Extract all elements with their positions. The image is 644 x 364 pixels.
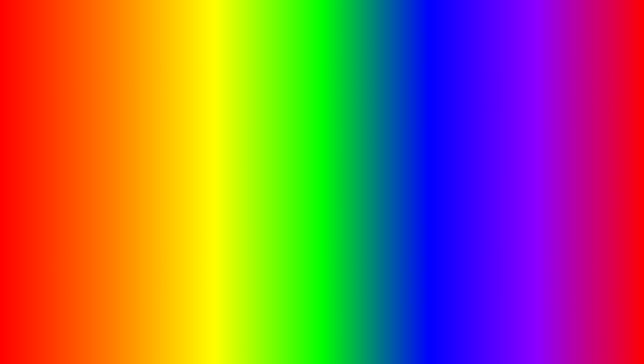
left-gui-title: Project Shutdowns | Lazy Hub [99, 107, 161, 112]
bottom-script-text: SCRIPT [320, 325, 406, 352]
medium-gourd-item[interactable]: Medium Gourd [266, 155, 395, 163]
no-sun-damage-label: No Sun-Damage [270, 185, 300, 190]
select-gourd-close[interactable]: × [385, 138, 391, 144]
right-gui-title: Project Shutdowns | Lazy Hub [269, 107, 331, 112]
progression-row[interactable]: Progression [96, 200, 228, 211]
bottom-auto-farm-text: AUTO FARM [115, 316, 313, 354]
left-gui-content: Select NPC: Zoku + Farm Method: Below + … [96, 124, 228, 212]
auto-equip-row: Auto Equip [96, 178, 228, 189]
left-gui-nav: MAIN SKILLS OTHER TELEPORT WEBHOOK [96, 114, 228, 124]
right-nav-skills[interactable]: SKILLS [283, 116, 299, 121]
auto-gourd-row: Auto Gourd [266, 171, 395, 182]
inf-stamina-toggle[interactable] [379, 195, 391, 201]
right-gui-window: Project Shutdowns | Lazy Hub MAIN SKILLS… [265, 104, 395, 216]
auto-gourd-toggle[interactable] [379, 174, 391, 180]
right-gui-content: Auto Meditate Select Gourd × Big Gourd M… [266, 124, 395, 215]
right-gui-titlebar: Project Shutdowns | Lazy Hub [266, 104, 395, 114]
inf-breathing-toggle[interactable] [379, 206, 391, 212]
left-nav-teleport[interactable]: TELEPORT [148, 116, 172, 121]
crown-icon: 👑 [530, 280, 551, 299]
left-gui-titlebar: Project Shutdowns | Lazy Hub [96, 104, 228, 114]
right-nav-main[interactable]: MAIN [269, 116, 281, 121]
auto-farm-row: Auto Farm [96, 146, 228, 157]
select-gourd-row: Select Gourd × [266, 136, 395, 146]
inf-breathing-row: Inf Breathing [266, 203, 395, 214]
farm-method-button[interactable]: + [218, 138, 224, 144]
distance-row: Distance 4 [96, 189, 228, 200]
farm-method-row: Farm Method: Below + [96, 136, 228, 146]
select-weapon-close[interactable]: × [218, 159, 224, 165]
right-nav-teleport[interactable]: TELEPORT [318, 116, 342, 121]
right-nav-webhook[interactable]: WEBHOOK [343, 116, 367, 121]
distance-slider-fill [100, 196, 137, 198]
watermark-right: CETCRED [607, 5, 639, 13]
select-npc-button[interactable]: + [218, 127, 224, 133]
auto-equip-label: Auto Equip [100, 181, 119, 186]
inf-breathing-label: Inf Breathing [270, 206, 293, 211]
auto-gourd-label: Auto Gourd [270, 174, 290, 179]
refresh-weapons-row[interactable]: Refresh Weapons [96, 168, 228, 178]
auto-meditate-label: Auto Meditate [270, 128, 295, 133]
no-sun-damage-toggle[interactable] [379, 184, 391, 190]
select-npc-row: Select NPC: Zoku + [96, 125, 228, 136]
auto-farm-label: Auto Farm [100, 149, 118, 154]
select-weapon-label: Select Weapon: Combat [100, 160, 143, 165]
left-nav-webhook[interactable]: WEBHOOK [173, 116, 197, 121]
big-gourd-item[interactable]: Big Gourd [266, 146, 395, 155]
auto-equip-toggle[interactable] [212, 181, 224, 187]
page-title: PROJECT SLAYERS [0, 7, 644, 57]
auto-farm-toggle[interactable] [212, 149, 224, 155]
bottom-section: AUTO FARM SCRIPT PASTEBIN [0, 316, 644, 354]
left-nav-other[interactable]: OTHER [130, 116, 147, 121]
select-gourd-label: Select Gourd [270, 139, 293, 143]
left-gui-close-button[interactable] [219, 106, 225, 112]
right-nav-other[interactable]: OTHER [301, 116, 317, 121]
auto-meditate-toggle[interactable] [379, 127, 391, 133]
ps-logo-top: PROJECT [495, 278, 617, 297]
distance-slider-track[interactable] [100, 196, 224, 198]
right-gui-nav: MAIN SKILLS OTHER TELEPORT WEBHOOK [266, 114, 395, 124]
select-weapon-row: Select Weapon: Combat × [96, 157, 228, 168]
progression-label: Progression [100, 203, 121, 208]
inf-stamina-label: Inf Stamina [270, 196, 290, 200]
no-sun-damage-row: No Sun-Damage [266, 182, 395, 193]
left-nav-main[interactable]: MAIN [98, 116, 111, 121]
distance-value: 4 [222, 190, 224, 195]
distance-slider-thumb[interactable] [134, 195, 138, 199]
bottom-pastebin-text: PASTEBIN [412, 325, 529, 352]
refresh-weapons-label: Refresh Weapons [100, 171, 132, 175]
distance-label: Distance [100, 190, 115, 195]
right-gui-close-button[interactable] [386, 106, 391, 112]
select-npc-label: Select NPC: Zoku [100, 128, 131, 133]
auto-meditate-row: Auto Meditate [266, 125, 395, 136]
farm-method-label: Farm Method: Below [100, 139, 137, 143]
inf-stamina-row: Inf Stamina [266, 193, 395, 203]
left-gui-window: Project Shutdowns | Lazy Hub MAIN SKILLS… [95, 104, 229, 213]
small-gourd-item[interactable]: Small Gourd [266, 163, 395, 171]
left-nav-skills[interactable]: SKILLS [112, 116, 129, 121]
